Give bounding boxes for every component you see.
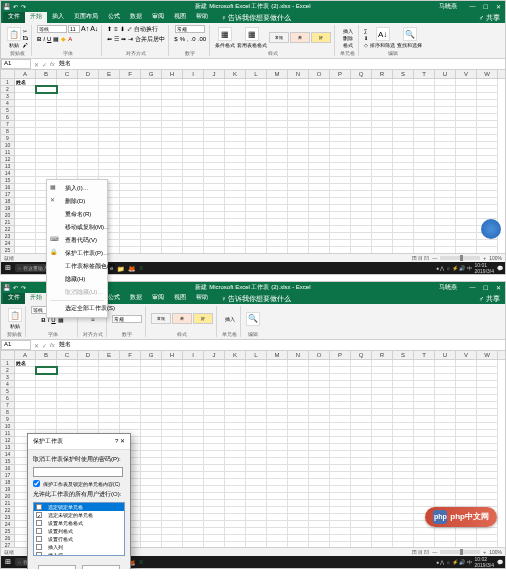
permission-option[interactable]: ✓选定未锁定的单元格 — [34, 511, 124, 519]
cell[interactable] — [225, 416, 246, 423]
cell[interactable] — [204, 542, 225, 547]
cell[interactable] — [162, 416, 183, 423]
cell[interactable] — [78, 86, 99, 93]
cell[interactable] — [456, 233, 477, 240]
cell[interactable] — [477, 184, 498, 191]
percent-icon[interactable]: % — [180, 35, 185, 43]
cell[interactable] — [351, 170, 372, 177]
cell[interactable] — [267, 430, 288, 437]
cell[interactable] — [141, 381, 162, 388]
align-top-icon[interactable]: ⬆ — [107, 25, 112, 33]
cell[interactable] — [120, 121, 141, 128]
user-name[interactable]: 马晓燕 — [439, 2, 457, 11]
cell[interactable] — [456, 184, 477, 191]
cell[interactable] — [267, 79, 288, 86]
cell[interactable] — [267, 121, 288, 128]
row-header[interactable]: 5 — [1, 388, 15, 395]
cell[interactable] — [330, 156, 351, 163]
cell[interactable] — [183, 535, 204, 542]
col-header[interactable]: R — [372, 70, 393, 78]
cell[interactable] — [435, 128, 456, 135]
cell[interactable] — [477, 135, 498, 142]
cell[interactable] — [225, 205, 246, 212]
cell[interactable] — [162, 233, 183, 240]
cell[interactable] — [309, 198, 330, 205]
cell[interactable] — [120, 240, 141, 247]
cell[interactable] — [162, 205, 183, 212]
cell[interactable] — [435, 205, 456, 212]
cell[interactable] — [309, 163, 330, 170]
cell[interactable] — [183, 542, 204, 547]
cell[interactable] — [477, 458, 498, 465]
cell[interactable] — [414, 528, 435, 535]
cell[interactable] — [204, 388, 225, 395]
cell[interactable] — [372, 465, 393, 472]
cell[interactable] — [351, 416, 372, 423]
col-header[interactable]: S — [393, 351, 414, 359]
cell[interactable] — [330, 100, 351, 107]
cell[interactable] — [414, 430, 435, 437]
cell[interactable] — [309, 128, 330, 135]
cell[interactable] — [393, 479, 414, 486]
cell[interactable] — [309, 226, 330, 233]
cell[interactable] — [393, 472, 414, 479]
cell[interactable] — [414, 121, 435, 128]
col-header[interactable]: K — [225, 351, 246, 359]
cell[interactable] — [225, 381, 246, 388]
cell[interactable] — [414, 191, 435, 198]
cell[interactable] — [330, 149, 351, 156]
cell[interactable] — [393, 184, 414, 191]
cell[interactable] — [393, 360, 414, 367]
cell[interactable] — [372, 163, 393, 170]
cell[interactable] — [372, 409, 393, 416]
cell[interactable] — [246, 367, 267, 374]
cell[interactable] — [162, 191, 183, 198]
cell[interactable] — [435, 416, 456, 423]
cell[interactable] — [225, 528, 246, 535]
cell[interactable] — [456, 416, 477, 423]
cell[interactable] — [351, 247, 372, 253]
cell[interactable] — [183, 191, 204, 198]
cell[interactable] — [162, 156, 183, 163]
cell[interactable] — [288, 205, 309, 212]
cell[interactable] — [330, 142, 351, 149]
cell[interactable] — [372, 486, 393, 493]
cell[interactable] — [15, 226, 36, 233]
cell[interactable] — [120, 149, 141, 156]
cell[interactable] — [78, 388, 99, 395]
cell[interactable] — [456, 79, 477, 86]
row-header[interactable]: 13 — [1, 163, 15, 170]
cell[interactable] — [435, 486, 456, 493]
cell[interactable] — [183, 184, 204, 191]
cell[interactable] — [330, 135, 351, 142]
cell[interactable] — [36, 395, 57, 402]
permission-option[interactable]: 设置单元格格式 — [34, 519, 124, 527]
cell[interactable] — [330, 402, 351, 409]
cell[interactable] — [372, 430, 393, 437]
cell[interactable] — [330, 500, 351, 507]
cell[interactable] — [288, 367, 309, 374]
cell[interactable] — [225, 121, 246, 128]
cell[interactable] — [120, 388, 141, 395]
cell[interactable] — [246, 233, 267, 240]
cell[interactable] — [183, 402, 204, 409]
row-header[interactable]: 21 — [1, 219, 15, 226]
cell[interactable] — [225, 177, 246, 184]
col-header[interactable]: N — [288, 351, 309, 359]
cell[interactable] — [267, 247, 288, 253]
cell[interactable] — [204, 479, 225, 486]
cell[interactable] — [15, 367, 36, 374]
row-header[interactable]: 16 — [1, 184, 15, 191]
cell[interactable] — [57, 93, 78, 100]
cell[interactable] — [393, 177, 414, 184]
cell[interactable] — [288, 93, 309, 100]
col-header[interactable]: B — [36, 70, 57, 78]
cell[interactable] — [141, 107, 162, 114]
cell[interactable] — [78, 381, 99, 388]
cell[interactable] — [288, 444, 309, 451]
cell[interactable] — [162, 423, 183, 430]
cell[interactable] — [246, 226, 267, 233]
cell[interactable] — [414, 500, 435, 507]
cell[interactable] — [330, 528, 351, 535]
cell[interactable] — [288, 360, 309, 367]
